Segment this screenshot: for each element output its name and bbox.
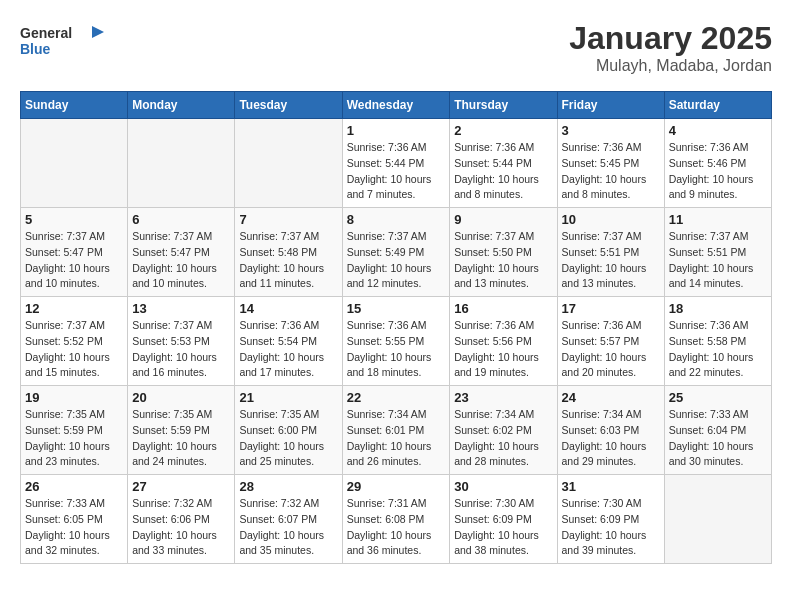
day-info: Sunrise: 7:36 AMSunset: 5:44 PMDaylight:…	[347, 140, 446, 203]
day-info: Sunrise: 7:37 AMSunset: 5:48 PMDaylight:…	[239, 229, 337, 292]
day-info: Sunrise: 7:33 AMSunset: 6:05 PMDaylight:…	[25, 496, 123, 559]
day-info: Sunrise: 7:31 AMSunset: 6:08 PMDaylight:…	[347, 496, 446, 559]
calendar-cell: 24Sunrise: 7:34 AMSunset: 6:03 PMDayligh…	[557, 386, 664, 475]
day-info: Sunrise: 7:32 AMSunset: 6:07 PMDaylight:…	[239, 496, 337, 559]
calendar-cell: 12Sunrise: 7:37 AMSunset: 5:52 PMDayligh…	[21, 297, 128, 386]
day-number: 9	[454, 212, 552, 227]
calendar-cell: 18Sunrise: 7:36 AMSunset: 5:58 PMDayligh…	[664, 297, 771, 386]
calendar-cell	[128, 119, 235, 208]
calendar-cell	[235, 119, 342, 208]
day-info: Sunrise: 7:34 AMSunset: 6:01 PMDaylight:…	[347, 407, 446, 470]
calendar-cell: 9Sunrise: 7:37 AMSunset: 5:50 PMDaylight…	[450, 208, 557, 297]
calendar-cell	[664, 475, 771, 564]
day-info: Sunrise: 7:36 AMSunset: 5:56 PMDaylight:…	[454, 318, 552, 381]
calendar-cell: 2Sunrise: 7:36 AMSunset: 5:44 PMDaylight…	[450, 119, 557, 208]
calendar-cell: 26Sunrise: 7:33 AMSunset: 6:05 PMDayligh…	[21, 475, 128, 564]
calendar-cell: 21Sunrise: 7:35 AMSunset: 6:00 PMDayligh…	[235, 386, 342, 475]
day-number: 28	[239, 479, 337, 494]
calendar-cell: 10Sunrise: 7:37 AMSunset: 5:51 PMDayligh…	[557, 208, 664, 297]
day-info: Sunrise: 7:36 AMSunset: 5:55 PMDaylight:…	[347, 318, 446, 381]
day-info: Sunrise: 7:35 AMSunset: 5:59 PMDaylight:…	[25, 407, 123, 470]
calendar-cell: 17Sunrise: 7:36 AMSunset: 5:57 PMDayligh…	[557, 297, 664, 386]
day-number: 16	[454, 301, 552, 316]
svg-marker-1	[92, 26, 104, 38]
day-number: 21	[239, 390, 337, 405]
calendar-subtitle: Mulayh, Madaba, Jordan	[569, 57, 772, 75]
day-info: Sunrise: 7:33 AMSunset: 6:04 PMDaylight:…	[669, 407, 767, 470]
day-number: 11	[669, 212, 767, 227]
day-info: Sunrise: 7:34 AMSunset: 6:02 PMDaylight:…	[454, 407, 552, 470]
day-number: 2	[454, 123, 552, 138]
day-number: 7	[239, 212, 337, 227]
day-info: Sunrise: 7:36 AMSunset: 5:58 PMDaylight:…	[669, 318, 767, 381]
day-number: 18	[669, 301, 767, 316]
header-wednesday: Wednesday	[342, 92, 450, 119]
calendar-week-row: 26Sunrise: 7:33 AMSunset: 6:05 PMDayligh…	[21, 475, 772, 564]
day-info: Sunrise: 7:32 AMSunset: 6:06 PMDaylight:…	[132, 496, 230, 559]
logo-svg: GeneralBlue	[20, 20, 110, 60]
page-header: GeneralBlue January 2025 Mulayh, Madaba,…	[20, 20, 772, 75]
day-info: Sunrise: 7:37 AMSunset: 5:49 PMDaylight:…	[347, 229, 446, 292]
day-number: 13	[132, 301, 230, 316]
calendar-cell: 5Sunrise: 7:37 AMSunset: 5:47 PMDaylight…	[21, 208, 128, 297]
day-number: 17	[562, 301, 660, 316]
day-number: 10	[562, 212, 660, 227]
calendar-cell: 22Sunrise: 7:34 AMSunset: 6:01 PMDayligh…	[342, 386, 450, 475]
calendar-cell: 13Sunrise: 7:37 AMSunset: 5:53 PMDayligh…	[128, 297, 235, 386]
title-block: January 2025 Mulayh, Madaba, Jordan	[569, 20, 772, 75]
day-number: 30	[454, 479, 552, 494]
calendar-cell: 3Sunrise: 7:36 AMSunset: 5:45 PMDaylight…	[557, 119, 664, 208]
calendar-cell: 8Sunrise: 7:37 AMSunset: 5:49 PMDaylight…	[342, 208, 450, 297]
calendar-cell: 23Sunrise: 7:34 AMSunset: 6:02 PMDayligh…	[450, 386, 557, 475]
day-number: 25	[669, 390, 767, 405]
calendar-week-row: 1Sunrise: 7:36 AMSunset: 5:44 PMDaylight…	[21, 119, 772, 208]
header-tuesday: Tuesday	[235, 92, 342, 119]
day-info: Sunrise: 7:36 AMSunset: 5:44 PMDaylight:…	[454, 140, 552, 203]
header-monday: Monday	[128, 92, 235, 119]
day-info: Sunrise: 7:37 AMSunset: 5:51 PMDaylight:…	[669, 229, 767, 292]
day-number: 20	[132, 390, 230, 405]
svg-text:General: General	[20, 25, 72, 41]
day-info: Sunrise: 7:37 AMSunset: 5:47 PMDaylight:…	[132, 229, 230, 292]
header-friday: Friday	[557, 92, 664, 119]
calendar-cell: 20Sunrise: 7:35 AMSunset: 5:59 PMDayligh…	[128, 386, 235, 475]
calendar-table: Sunday Monday Tuesday Wednesday Thursday…	[20, 91, 772, 564]
day-number: 1	[347, 123, 446, 138]
day-number: 24	[562, 390, 660, 405]
day-number: 31	[562, 479, 660, 494]
calendar-cell: 15Sunrise: 7:36 AMSunset: 5:55 PMDayligh…	[342, 297, 450, 386]
day-number: 3	[562, 123, 660, 138]
calendar-header-row: Sunday Monday Tuesday Wednesday Thursday…	[21, 92, 772, 119]
day-info: Sunrise: 7:34 AMSunset: 6:03 PMDaylight:…	[562, 407, 660, 470]
day-number: 26	[25, 479, 123, 494]
calendar-week-row: 19Sunrise: 7:35 AMSunset: 5:59 PMDayligh…	[21, 386, 772, 475]
calendar-title: January 2025	[569, 20, 772, 57]
header-saturday: Saturday	[664, 92, 771, 119]
calendar-cell: 31Sunrise: 7:30 AMSunset: 6:09 PMDayligh…	[557, 475, 664, 564]
header-sunday: Sunday	[21, 92, 128, 119]
calendar-week-row: 12Sunrise: 7:37 AMSunset: 5:52 PMDayligh…	[21, 297, 772, 386]
day-number: 5	[25, 212, 123, 227]
day-info: Sunrise: 7:36 AMSunset: 5:54 PMDaylight:…	[239, 318, 337, 381]
svg-text:Blue: Blue	[20, 41, 51, 57]
header-thursday: Thursday	[450, 92, 557, 119]
day-info: Sunrise: 7:36 AMSunset: 5:45 PMDaylight:…	[562, 140, 660, 203]
calendar-cell: 7Sunrise: 7:37 AMSunset: 5:48 PMDaylight…	[235, 208, 342, 297]
day-info: Sunrise: 7:36 AMSunset: 5:57 PMDaylight:…	[562, 318, 660, 381]
calendar-cell: 11Sunrise: 7:37 AMSunset: 5:51 PMDayligh…	[664, 208, 771, 297]
day-number: 8	[347, 212, 446, 227]
calendar-cell: 30Sunrise: 7:30 AMSunset: 6:09 PMDayligh…	[450, 475, 557, 564]
calendar-cell: 14Sunrise: 7:36 AMSunset: 5:54 PMDayligh…	[235, 297, 342, 386]
logo: GeneralBlue	[20, 20, 110, 60]
calendar-cell: 28Sunrise: 7:32 AMSunset: 6:07 PMDayligh…	[235, 475, 342, 564]
day-info: Sunrise: 7:36 AMSunset: 5:46 PMDaylight:…	[669, 140, 767, 203]
calendar-week-row: 5Sunrise: 7:37 AMSunset: 5:47 PMDaylight…	[21, 208, 772, 297]
day-number: 29	[347, 479, 446, 494]
day-number: 22	[347, 390, 446, 405]
calendar-cell: 27Sunrise: 7:32 AMSunset: 6:06 PMDayligh…	[128, 475, 235, 564]
day-info: Sunrise: 7:37 AMSunset: 5:52 PMDaylight:…	[25, 318, 123, 381]
day-info: Sunrise: 7:30 AMSunset: 6:09 PMDaylight:…	[562, 496, 660, 559]
day-number: 6	[132, 212, 230, 227]
calendar-cell	[21, 119, 128, 208]
day-info: Sunrise: 7:35 AMSunset: 5:59 PMDaylight:…	[132, 407, 230, 470]
